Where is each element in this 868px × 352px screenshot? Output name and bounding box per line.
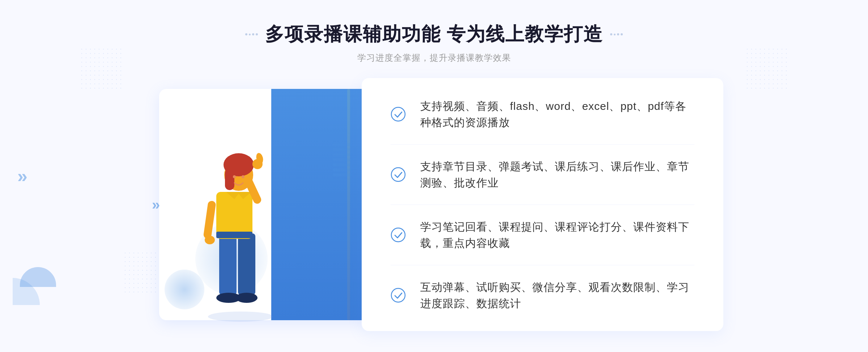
stripe-6 [333, 168, 358, 171]
stripe-2 [333, 148, 358, 151]
title-row: 多项录播课辅助功能 专为线上教学打造 [0, 22, 868, 47]
illustration-area: » ✦ ✦ [145, 78, 369, 331]
feature-text-1: 支持视频、音频、flash、word、excel、ppt、pdf等各种格式的资源… [420, 98, 694, 130]
check-icon-3 [391, 227, 406, 242]
dot-4 [256, 33, 258, 35]
stripe-decoration [333, 143, 358, 186]
title-dots-left [245, 33, 258, 35]
dot-5 [610, 33, 612, 35]
feature-item-2: 支持章节目录、弹题考试、课后练习、课后作业、章节测验、批改作业 [391, 145, 694, 205]
features-panel: 支持视频、音频、flash、word、excel、ppt、pdf等各种格式的资源… [362, 78, 723, 331]
dot-3 [252, 33, 254, 35]
stripe-3 [333, 153, 358, 156]
chevron-double-right-icon: » [17, 166, 27, 186]
subtitle: 学习进度全掌握，提升录播课教学效果 [0, 52, 868, 64]
svg-point-2 [208, 312, 273, 322]
svg-point-20 [391, 168, 405, 181]
stripe-5 [333, 163, 358, 166]
person-illustration: ✦ ✦ [174, 121, 297, 324]
svg-point-21 [391, 228, 405, 242]
vertical-accent [347, 89, 350, 320]
dot-7 [617, 33, 619, 35]
dot-2 [249, 34, 251, 35]
content-area: » ✦ ✦ [145, 78, 723, 331]
feature-text-3: 学习笔记回看、课程提问、课程评论打分、课件资料下载，重点内容收藏 [420, 219, 694, 251]
svg-rect-9 [203, 200, 216, 239]
dot-8 [621, 33, 623, 35]
feature-item-3: 学习笔记回看、课程提问、课程评论打分、课件资料下载，重点内容收藏 [391, 205, 694, 265]
feature-text-2: 支持章节目录、弹题考试、课后练习、课后作业、章节测验、批改作业 [420, 158, 694, 191]
svg-rect-14 [225, 168, 234, 190]
stripe-7 [333, 173, 358, 176]
svg-point-19 [391, 107, 405, 121]
check-icon-1 [391, 107, 406, 122]
page-container: 多项录播课辅助功能 专为线上教学打造 学习进度全掌握，提升录播课教学效果 [0, 0, 868, 352]
svg-point-16 [242, 175, 244, 178]
stripe-1 [333, 143, 358, 146]
svg-rect-4 [219, 233, 237, 295]
svg-point-6 [236, 293, 258, 303]
svg-point-10 [205, 236, 215, 244]
check-icon-4 [391, 288, 406, 303]
stripe-4 [333, 158, 358, 161]
feature-text-4: 互动弹幕、试听购买、微信分享、观看次数限制、学习进度跟踪、数据统计 [420, 279, 694, 312]
dot-1 [245, 33, 247, 35]
check-icon-2 [391, 167, 406, 182]
svg-rect-3 [238, 233, 255, 295]
title-dots-right [610, 33, 623, 35]
dot-6 [614, 34, 616, 35]
svg-point-22 [391, 288, 405, 302]
chevron-left-icon: » [152, 197, 160, 213]
feature-item-1: 支持视频、音频、flash、word、excel、ppt、pdf等各种格式的资源… [391, 84, 694, 145]
svg-text:✦: ✦ [206, 139, 213, 149]
header-section: 多项录播课辅助功能 专为线上教学打造 学习进度全掌握，提升录播课教学效果 [0, 0, 868, 64]
feature-item-4: 互动弹幕、试听购买、微信分享、观看次数限制、学习进度跟踪、数据统计 [391, 265, 694, 325]
svg-point-15 [233, 175, 236, 178]
main-title: 多项录播课辅助功能 专为线上教学打造 [265, 22, 603, 47]
svg-text:✦: ✦ [215, 135, 220, 141]
svg-rect-8 [216, 232, 252, 238]
